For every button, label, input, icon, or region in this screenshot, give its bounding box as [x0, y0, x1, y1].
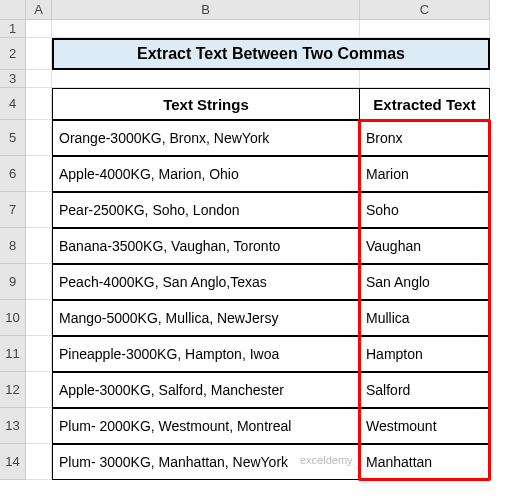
cell-c5[interactable]: Bronx — [359, 120, 490, 156]
cell-a2[interactable] — [26, 38, 52, 70]
row-header-1[interactable]: 1 — [0, 20, 26, 38]
cell-a13[interactable] — [26, 408, 52, 444]
cell-c14[interactable]: Manhattan — [359, 444, 490, 480]
header-b-label: Text Strings — [163, 96, 249, 113]
row-header-2[interactable]: 2 — [0, 38, 26, 70]
row-header-13[interactable]: 13 — [0, 408, 26, 444]
cell-c6[interactable]: Marion — [359, 156, 490, 192]
cell-b11[interactable]: Pineapple-3000KG, Hampton, Iwoa — [52, 336, 360, 372]
cell-text: Mullica — [366, 310, 410, 326]
cell-a14[interactable] — [26, 444, 52, 480]
cell-b14[interactable]: Plum- 3000KG, Manhattan, NewYork — [52, 444, 360, 480]
cell-text: Orange-3000KG, Bronx, NewYork — [59, 130, 269, 146]
cell-b12[interactable]: Apple-3000KG, Salford, Manchester — [52, 372, 360, 408]
col-header-c[interactable]: C — [360, 0, 490, 20]
cell-text: Soho — [366, 202, 399, 218]
cell-text: Bronx — [366, 130, 403, 146]
cell-a1[interactable] — [26, 20, 52, 38]
header-c-label: Extracted Text — [373, 96, 475, 113]
cell-a5[interactable] — [26, 120, 52, 156]
cell-c13[interactable]: Westmount — [359, 408, 490, 444]
cell-text: San Anglo — [366, 274, 430, 290]
row-header-4[interactable]: 4 — [0, 88, 26, 120]
cell-c8[interactable]: Vaughan — [359, 228, 490, 264]
row-header-3[interactable]: 3 — [0, 70, 26, 88]
col-header-a[interactable]: A — [26, 0, 52, 20]
cell-text: Vaughan — [366, 238, 421, 254]
cell-b1[interactable] — [52, 20, 360, 38]
header-extracted-text[interactable]: Extracted Text — [359, 88, 490, 120]
cell-text: Banana-3500KG, Vaughan, Toronto — [59, 238, 280, 254]
cell-text: Manhattan — [366, 454, 432, 470]
cell-b13[interactable]: Plum- 2000KG, Westmount, Montreal — [52, 408, 360, 444]
cell-text: Mango-5000KG, Mullica, NewJersy — [59, 310, 278, 326]
row-header-14[interactable]: 14 — [0, 444, 26, 480]
cell-a12[interactable] — [26, 372, 52, 408]
cell-c9[interactable]: San Anglo — [359, 264, 490, 300]
cell-text: Plum- 3000KG, Manhattan, NewYork — [59, 454, 288, 470]
row-header-6[interactable]: 6 — [0, 156, 26, 192]
header-text-strings[interactable]: Text Strings — [52, 88, 360, 120]
cell-b8[interactable]: Banana-3500KG, Vaughan, Toronto — [52, 228, 360, 264]
cell-a4[interactable] — [26, 88, 52, 120]
cell-a3[interactable] — [26, 70, 52, 88]
row-header-9[interactable]: 9 — [0, 264, 26, 300]
cell-text: Hampton — [366, 346, 423, 362]
row-header-12[interactable]: 12 — [0, 372, 26, 408]
row-header-7[interactable]: 7 — [0, 192, 26, 228]
cell-text: Plum- 2000KG, Westmount, Montreal — [59, 418, 291, 434]
cell-a10[interactable] — [26, 300, 52, 336]
cell-c11[interactable]: Hampton — [359, 336, 490, 372]
cell-text: Pineapple-3000KG, Hampton, Iwoa — [59, 346, 279, 362]
row-header-10[interactable]: 10 — [0, 300, 26, 336]
cell-b6[interactable]: Apple-4000KG, Marion, Ohio — [52, 156, 360, 192]
cell-a9[interactable] — [26, 264, 52, 300]
cell-c10[interactable]: Mullica — [359, 300, 490, 336]
cell-text: Apple-4000KG, Marion, Ohio — [59, 166, 239, 182]
cell-a11[interactable] — [26, 336, 52, 372]
cell-a6[interactable] — [26, 156, 52, 192]
cell-text: Marion — [366, 166, 409, 182]
cell-b5[interactable]: Orange-3000KG, Bronx, NewYork — [52, 120, 360, 156]
cell-text: Salford — [366, 382, 410, 398]
cell-text: Westmount — [366, 418, 437, 434]
cell-b10[interactable]: Mango-5000KG, Mullica, NewJersy — [52, 300, 360, 336]
cell-b7[interactable]: Pear-2500KG, Soho, London — [52, 192, 360, 228]
cell-text: Peach-4000KG, San Anglo,Texas — [59, 274, 267, 290]
cell-text: Pear-2500KG, Soho, London — [59, 202, 240, 218]
select-all-corner[interactable] — [0, 0, 26, 20]
title-text: Extract Text Between Two Commas — [137, 45, 405, 63]
cell-b3[interactable] — [52, 70, 360, 88]
row-header-5[interactable]: 5 — [0, 120, 26, 156]
cell-c3[interactable] — [360, 70, 490, 88]
title-cell[interactable]: Extract Text Between Two Commas — [52, 38, 490, 70]
cell-a7[interactable] — [26, 192, 52, 228]
cell-c7[interactable]: Soho — [359, 192, 490, 228]
cell-c12[interactable]: Salford — [359, 372, 490, 408]
cell-a8[interactable] — [26, 228, 52, 264]
cell-text: Apple-3000KG, Salford, Manchester — [59, 382, 284, 398]
cell-c1[interactable] — [360, 20, 490, 38]
cell-b9[interactable]: Peach-4000KG, San Anglo,Texas — [52, 264, 360, 300]
col-header-b[interactable]: B — [52, 0, 360, 20]
row-header-8[interactable]: 8 — [0, 228, 26, 264]
spreadsheet: A B C 1 2 3 4 5 6 7 8 9 10 11 12 13 14 E… — [0, 0, 506, 500]
row-header-11[interactable]: 11 — [0, 336, 26, 372]
